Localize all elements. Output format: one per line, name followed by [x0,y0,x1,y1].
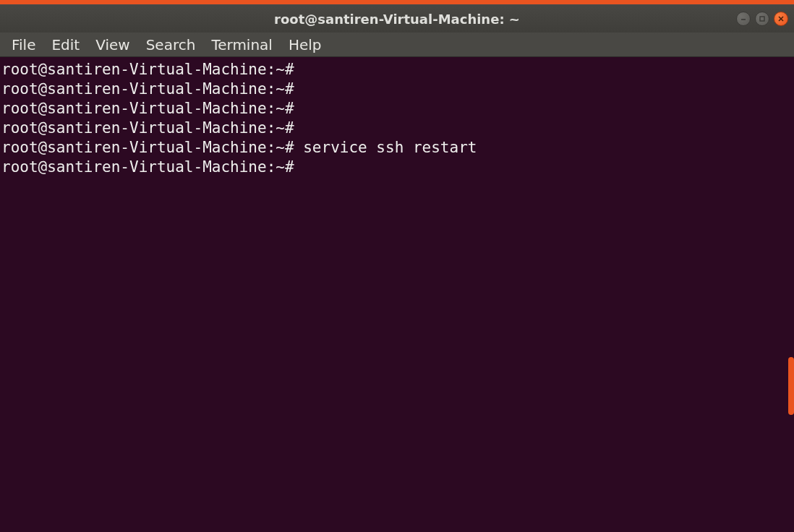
menubar: File Edit View Search Terminal Help [0,33,794,57]
terminal-body[interactable]: root@santiren-Virtual-Machine:~# root@sa… [0,57,794,532]
window-title: root@santiren-Virtual-Machine: ~ [274,12,520,27]
minimize-button[interactable] [736,12,751,26]
menu-help[interactable]: Help [281,33,329,56]
close-button[interactable] [774,12,788,26]
minimize-icon [740,15,747,22]
maximize-button[interactable] [755,12,769,26]
menu-edit[interactable]: Edit [44,33,87,56]
menu-file[interactable]: File [4,33,43,56]
svg-rect-1 [760,17,764,21]
terminal-line: root@santiren-Virtual-Machine:~# [1,99,793,119]
terminal-line: root@santiren-Virtual-Machine:~# [1,80,793,99]
terminal-window: root@santiren-Virtual-Machine: ~ File Ed… [0,4,794,532]
menu-search[interactable]: Search [139,33,203,56]
titlebar[interactable]: root@santiren-Virtual-Machine: ~ [0,5,794,33]
terminal-line: root@santiren-Virtual-Machine:~# service… [1,138,793,158]
menu-terminal[interactable]: Terminal [204,33,280,56]
menu-view[interactable]: View [88,33,137,56]
terminal-line: root@santiren-Virtual-Machine:~# [1,119,793,138]
terminal-line: root@santiren-Virtual-Machine:~# [1,60,793,80]
terminal-line: root@santiren-Virtual-Machine:~# [1,158,793,177]
close-icon [777,15,785,22]
window-controls [736,12,788,26]
maximize-icon [759,15,766,22]
scrollbar-thumb[interactable] [788,357,794,415]
